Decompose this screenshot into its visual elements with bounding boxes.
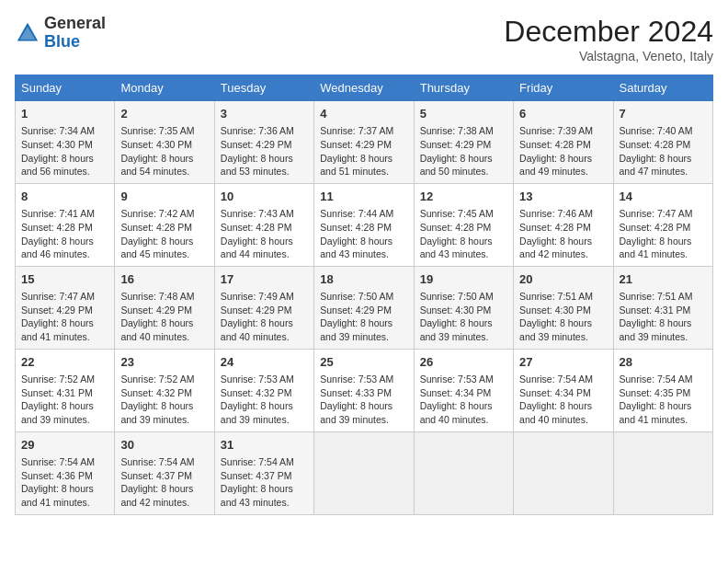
day-info: Sunrise: 7:47 AMSunset: 4:28 PMDaylight:… <box>620 207 707 261</box>
calendar-day-cell: 17Sunrise: 7:49 AMSunset: 4:29 PMDayligh… <box>214 266 313 349</box>
day-number: 8 <box>21 189 108 205</box>
day-info: Sunrise: 7:43 AMSunset: 4:28 PMDaylight:… <box>221 207 308 261</box>
logo: General Blue <box>15 15 106 52</box>
day-info: Sunrise: 7:48 AMSunset: 4:29 PMDaylight:… <box>120 290 208 344</box>
day-number: 1 <box>21 106 108 122</box>
day-info: Sunrise: 7:35 AMSunset: 4:30 PMDaylight:… <box>120 124 208 178</box>
calendar-day-cell <box>314 431 414 514</box>
day-info: Sunrise: 7:50 AMSunset: 4:29 PMDaylight:… <box>320 290 407 344</box>
calendar-week-row: 29Sunrise: 7:54 AMSunset: 4:36 PMDayligh… <box>16 431 713 514</box>
calendar-day-cell: 24Sunrise: 7:53 AMSunset: 4:32 PMDayligh… <box>214 349 313 431</box>
logo-text: General Blue <box>44 15 106 52</box>
day-info: Sunrise: 7:47 AMSunset: 4:29 PMDaylight:… <box>21 290 108 344</box>
calendar-day-cell: 26Sunrise: 7:53 AMSunset: 4:34 PMDayligh… <box>414 349 513 431</box>
day-number: 11 <box>320 189 407 205</box>
calendar-day-cell: 25Sunrise: 7:53 AMSunset: 4:33 PMDayligh… <box>314 349 414 431</box>
day-info: Sunrise: 7:40 AMSunset: 4:28 PMDaylight:… <box>620 124 707 178</box>
calendar-day-cell: 27Sunrise: 7:54 AMSunset: 4:34 PMDayligh… <box>514 349 613 431</box>
calendar-day-cell: 15Sunrise: 7:47 AMSunset: 4:29 PMDayligh… <box>16 266 115 349</box>
day-number: 10 <box>221 189 308 205</box>
calendar-day-cell <box>414 431 513 514</box>
day-info: Sunrise: 7:52 AMSunset: 4:32 PMDaylight:… <box>120 373 208 427</box>
day-number: 14 <box>620 189 707 205</box>
day-info: Sunrise: 7:54 AMSunset: 4:36 PMDaylight:… <box>21 455 108 510</box>
day-info: Sunrise: 7:51 AMSunset: 4:30 PMDaylight:… <box>519 290 607 344</box>
day-number: 24 <box>221 354 308 371</box>
calendar-day-cell: 29Sunrise: 7:54 AMSunset: 4:36 PMDayligh… <box>16 431 115 514</box>
calendar-day-cell: 18Sunrise: 7:50 AMSunset: 4:29 PMDayligh… <box>314 266 414 349</box>
calendar-day-cell: 13Sunrise: 7:46 AMSunset: 4:28 PMDayligh… <box>514 183 613 266</box>
location: Valstagna, Veneto, Italy <box>504 49 713 63</box>
day-info: Sunrise: 7:45 AMSunset: 4:28 PMDaylight:… <box>420 207 507 261</box>
logo-icon <box>15 20 40 46</box>
day-number: 18 <box>320 271 407 288</box>
day-info: Sunrise: 7:39 AMSunset: 4:28 PMDaylight:… <box>519 124 607 178</box>
day-info: Sunrise: 7:49 AMSunset: 4:29 PMDaylight:… <box>221 290 308 344</box>
calendar-week-row: 1Sunrise: 7:34 AMSunset: 4:30 PMDaylight… <box>16 101 713 184</box>
day-info: Sunrise: 7:37 AMSunset: 4:29 PMDaylight:… <box>320 124 407 178</box>
day-number: 29 <box>21 437 108 454</box>
day-info: Sunrise: 7:54 AMSunset: 4:37 PMDaylight:… <box>120 455 208 510</box>
day-info: Sunrise: 7:42 AMSunset: 4:28 PMDaylight:… <box>120 207 208 261</box>
day-info: Sunrise: 7:53 AMSunset: 4:33 PMDaylight:… <box>320 373 407 427</box>
day-number: 19 <box>420 271 507 288</box>
calendar-body: 1Sunrise: 7:34 AMSunset: 4:30 PMDaylight… <box>16 101 713 515</box>
day-number: 15 <box>21 271 108 288</box>
day-info: Sunrise: 7:54 AMSunset: 4:37 PMDaylight:… <box>221 455 308 510</box>
day-number: 2 <box>120 106 208 122</box>
day-info: Sunrise: 7:54 AMSunset: 4:35 PMDaylight:… <box>620 373 707 427</box>
calendar-week-row: 15Sunrise: 7:47 AMSunset: 4:29 PMDayligh… <box>16 266 713 349</box>
day-number: 26 <box>420 354 507 371</box>
day-number: 6 <box>519 106 607 122</box>
day-info: Sunrise: 7:38 AMSunset: 4:29 PMDaylight:… <box>420 124 507 178</box>
weekday-header-monday: Monday <box>115 75 214 101</box>
day-number: 31 <box>221 437 308 454</box>
day-info: Sunrise: 7:51 AMSunset: 4:31 PMDaylight:… <box>620 290 707 344</box>
calendar-day-cell: 9Sunrise: 7:42 AMSunset: 4:28 PMDaylight… <box>115 183 214 266</box>
day-number: 21 <box>620 271 707 288</box>
day-number: 27 <box>519 354 607 371</box>
day-number: 22 <box>21 354 108 371</box>
calendar-week-row: 8Sunrise: 7:41 AMSunset: 4:28 PMDaylight… <box>16 183 713 266</box>
calendar-day-cell: 7Sunrise: 7:40 AMSunset: 4:28 PMDaylight… <box>613 101 712 184</box>
day-number: 20 <box>519 271 607 288</box>
day-info: Sunrise: 7:46 AMSunset: 4:28 PMDaylight:… <box>519 207 607 261</box>
calendar-day-cell: 16Sunrise: 7:48 AMSunset: 4:29 PMDayligh… <box>115 266 214 349</box>
calendar-day-cell <box>514 431 613 514</box>
calendar-day-cell: 12Sunrise: 7:45 AMSunset: 4:28 PMDayligh… <box>414 183 513 266</box>
title-block: December 2024 Valstagna, Veneto, Italy <box>504 15 713 63</box>
calendar-day-cell: 10Sunrise: 7:43 AMSunset: 4:28 PMDayligh… <box>214 183 313 266</box>
day-number: 7 <box>620 106 707 122</box>
calendar-day-cell: 1Sunrise: 7:34 AMSunset: 4:30 PMDaylight… <box>16 101 115 184</box>
calendar-day-cell: 22Sunrise: 7:52 AMSunset: 4:31 PMDayligh… <box>16 349 115 431</box>
day-number: 17 <box>221 271 308 288</box>
day-number: 30 <box>120 437 208 454</box>
calendar-day-cell: 5Sunrise: 7:38 AMSunset: 4:29 PMDaylight… <box>414 101 513 184</box>
page-header: General Blue December 2024 Valstagna, Ve… <box>15 15 713 63</box>
day-number: 9 <box>120 189 208 205</box>
day-info: Sunrise: 7:54 AMSunset: 4:34 PMDaylight:… <box>519 373 607 427</box>
calendar-day-cell <box>613 431 712 514</box>
calendar-day-cell: 31Sunrise: 7:54 AMSunset: 4:37 PMDayligh… <box>214 431 313 514</box>
day-info: Sunrise: 7:50 AMSunset: 4:30 PMDaylight:… <box>420 290 507 344</box>
day-number: 3 <box>221 106 308 122</box>
day-info: Sunrise: 7:53 AMSunset: 4:34 PMDaylight:… <box>420 373 507 427</box>
month-title: December 2024 <box>504 15 713 49</box>
weekday-header-tuesday: Tuesday <box>214 75 313 101</box>
calendar-day-cell: 20Sunrise: 7:51 AMSunset: 4:30 PMDayligh… <box>514 266 613 349</box>
calendar-day-cell: 3Sunrise: 7:36 AMSunset: 4:29 PMDaylight… <box>214 101 313 184</box>
calendar-table: SundayMondayTuesdayWednesdayThursdayFrid… <box>15 75 713 515</box>
calendar-day-cell: 23Sunrise: 7:52 AMSunset: 4:32 PMDayligh… <box>115 349 214 431</box>
day-info: Sunrise: 7:34 AMSunset: 4:30 PMDaylight:… <box>21 124 108 178</box>
day-number: 25 <box>320 354 407 371</box>
calendar-day-cell: 4Sunrise: 7:37 AMSunset: 4:29 PMDaylight… <box>314 101 414 184</box>
day-info: Sunrise: 7:52 AMSunset: 4:31 PMDaylight:… <box>21 373 108 427</box>
calendar-day-cell: 11Sunrise: 7:44 AMSunset: 4:28 PMDayligh… <box>314 183 414 266</box>
calendar-day-cell: 19Sunrise: 7:50 AMSunset: 4:30 PMDayligh… <box>414 266 513 349</box>
day-info: Sunrise: 7:36 AMSunset: 4:29 PMDaylight:… <box>221 124 308 178</box>
day-info: Sunrise: 7:44 AMSunset: 4:28 PMDaylight:… <box>320 207 407 261</box>
day-info: Sunrise: 7:41 AMSunset: 4:28 PMDaylight:… <box>21 207 108 261</box>
weekday-header-saturday: Saturday <box>613 75 712 101</box>
calendar-week-row: 22Sunrise: 7:52 AMSunset: 4:31 PMDayligh… <box>16 349 713 431</box>
calendar-day-cell: 21Sunrise: 7:51 AMSunset: 4:31 PMDayligh… <box>613 266 712 349</box>
